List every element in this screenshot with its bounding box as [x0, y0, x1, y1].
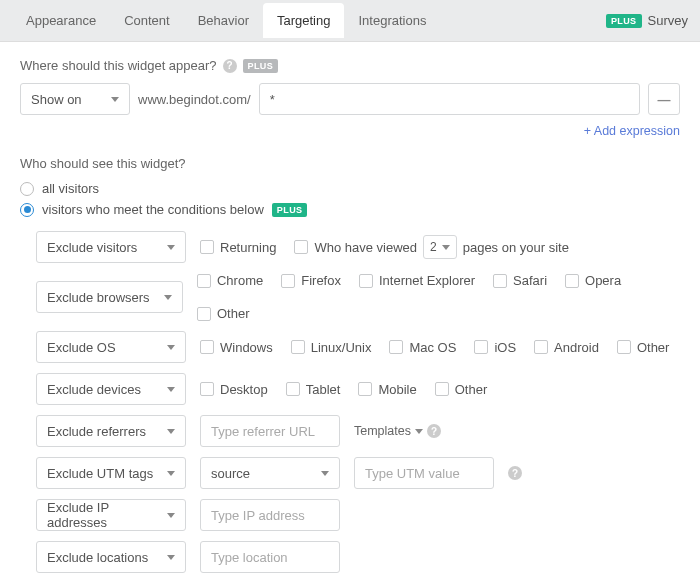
radio-icon [20, 182, 34, 196]
chk-mobile[interactable]: Mobile [358, 382, 416, 397]
select-value: Exclude devices [47, 382, 141, 397]
select-value: Exclude UTM tags [47, 466, 153, 481]
checkbox-icon [359, 274, 373, 288]
tab-behavior[interactable]: Behavior [184, 3, 263, 38]
url-pattern-input[interactable] [270, 92, 629, 107]
tab-appearance[interactable]: Appearance [12, 3, 110, 38]
conditions-block: Exclude visitors Returning Who have view… [20, 231, 680, 579]
checkbox-icon [617, 340, 631, 354]
checkbox-icon [200, 240, 214, 254]
plus-badge: PLUS [606, 14, 642, 28]
checkbox-icon [200, 340, 214, 354]
cond-browsers-row: Exclude browsers Chrome Firefox Internet… [36, 273, 680, 321]
radio-icon-checked [20, 203, 34, 217]
exclude-ip-select[interactable]: Exclude IP addresses [36, 499, 186, 531]
cond-visitors-row: Exclude visitors Returning Who have view… [36, 231, 680, 263]
utm-value-input[interactable] [354, 457, 494, 489]
plus-badge: PLUS [272, 203, 308, 217]
checkbox-icon [291, 340, 305, 354]
chevron-down-icon [167, 245, 175, 250]
tab-integrations[interactable]: Integrations [344, 3, 440, 38]
chk-android[interactable]: Android [534, 340, 599, 355]
cond-ip-row: Exclude IP addresses [36, 499, 680, 531]
chk-tablet[interactable]: Tablet [286, 382, 341, 397]
tab-content[interactable]: Content [110, 3, 184, 38]
checkbox-icon [474, 340, 488, 354]
exclude-locations-select[interactable]: Exclude locations [36, 541, 186, 573]
who-label: Who should see this widget? [20, 156, 680, 171]
where-text: Where should this widget appear? [20, 58, 217, 73]
checkbox-icon [493, 274, 507, 288]
checkbox-icon [435, 382, 449, 396]
chk-desktop[interactable]: Desktop [200, 382, 268, 397]
chk-os-other[interactable]: Other [617, 340, 670, 355]
radio-all-visitors[interactable]: all visitors [20, 181, 680, 196]
chk-returning[interactable]: Returning [200, 240, 276, 255]
chk-macos[interactable]: Mac OS [389, 340, 456, 355]
where-row: Show on www.begindot.com/ — [20, 83, 680, 115]
select-value: Exclude locations [47, 550, 148, 565]
viewed-count-select[interactable]: 2 [423, 235, 457, 259]
referrer-url-input[interactable] [200, 415, 340, 447]
content-panel: Where should this widget appear? ? PLUS … [0, 42, 700, 579]
chevron-down-icon [167, 513, 175, 518]
checkbox-icon [294, 240, 308, 254]
radio-cond-label: visitors who meet the conditions below [42, 202, 264, 217]
plus-badge-gray: PLUS [243, 59, 279, 73]
exclude-referrers-select[interactable]: Exclude referrers [36, 415, 186, 447]
add-expression-link[interactable]: + Add expression [584, 124, 680, 138]
chk-linux[interactable]: Linux/Unix [291, 340, 372, 355]
select-value: source [211, 466, 250, 481]
checkbox-icon [200, 382, 214, 396]
chevron-down-icon [167, 555, 175, 560]
location-input[interactable] [200, 541, 340, 573]
select-value: Exclude IP addresses [47, 500, 159, 530]
help-icon: ? [427, 424, 441, 438]
chk-ios[interactable]: iOS [474, 340, 516, 355]
exclude-visitors-select[interactable]: Exclude visitors [36, 231, 186, 263]
cond-utm-row: Exclude UTM tags source ? [36, 457, 680, 489]
show-on-select[interactable]: Show on [20, 83, 130, 115]
templates-dropdown[interactable]: Templates ? [354, 424, 441, 438]
tabs-bar: Appearance Content Behavior Targeting In… [0, 0, 700, 42]
ip-input[interactable] [200, 499, 340, 531]
chevron-down-icon [321, 471, 329, 476]
cond-os-row: Exclude OS Windows Linux/Unix Mac OS iOS… [36, 331, 680, 363]
chk-windows[interactable]: Windows [200, 340, 273, 355]
checkbox-icon [358, 382, 372, 396]
exclude-utm-select[interactable]: Exclude UTM tags [36, 457, 186, 489]
select-value: Exclude browsers [47, 290, 150, 305]
chk-chrome[interactable]: Chrome [197, 273, 263, 288]
chevron-down-icon [415, 429, 423, 434]
chk-firefox[interactable]: Firefox [281, 273, 341, 288]
radio-all-label: all visitors [42, 181, 99, 196]
select-value: Exclude visitors [47, 240, 137, 255]
chk-who-viewed[interactable]: Who have viewed 2 pages on your site [294, 235, 569, 259]
cond-locations-row: Exclude locations [36, 541, 680, 573]
select-value: Exclude referrers [47, 424, 146, 439]
chk-device-other[interactable]: Other [435, 382, 488, 397]
utm-source-select[interactable]: source [200, 457, 340, 489]
tab-targeting[interactable]: Targeting [263, 3, 344, 38]
chk-safari[interactable]: Safari [493, 273, 547, 288]
checkbox-icon [197, 307, 211, 321]
exclude-devices-select[interactable]: Exclude devices [36, 373, 186, 405]
help-icon[interactable]: ? [223, 59, 237, 73]
chk-opera[interactable]: Opera [565, 273, 621, 288]
survey-label: Survey [648, 13, 688, 28]
cond-devices-row: Exclude devices Desktop Tablet Mobile Ot… [36, 373, 680, 405]
exclude-browsers-select[interactable]: Exclude browsers [36, 281, 183, 313]
checkbox-icon [281, 274, 295, 288]
remove-expression-button[interactable]: — [648, 83, 680, 115]
chk-ie[interactable]: Internet Explorer [359, 273, 475, 288]
chk-browser-other[interactable]: Other [197, 306, 250, 321]
cond-referrers-row: Exclude referrers Templates ? [36, 415, 680, 447]
radio-conditions[interactable]: visitors who meet the conditions below P… [20, 202, 680, 217]
chevron-down-icon [164, 295, 172, 300]
help-icon[interactable]: ? [508, 466, 522, 480]
url-pattern-input-wrap[interactable] [259, 83, 640, 115]
exclude-os-select[interactable]: Exclude OS [36, 331, 186, 363]
select-value: Exclude OS [47, 340, 116, 355]
checkbox-icon [389, 340, 403, 354]
chevron-down-icon [167, 429, 175, 434]
